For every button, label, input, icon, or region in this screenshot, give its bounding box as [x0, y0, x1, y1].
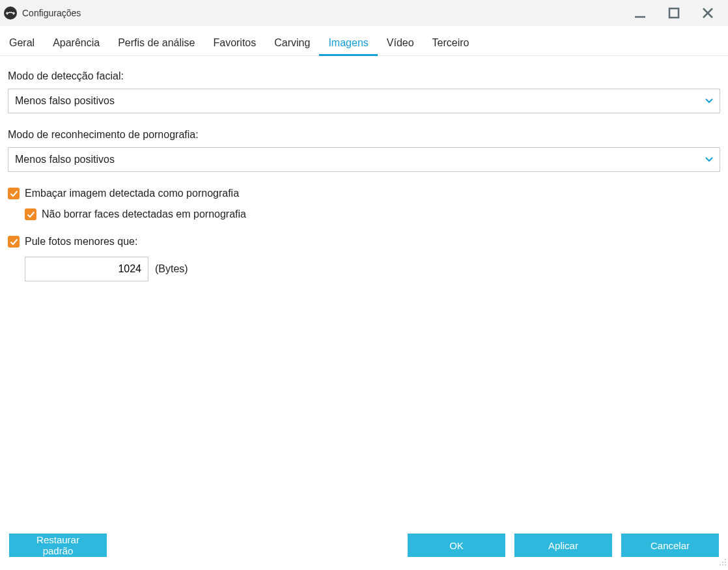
footer: Restaurar padrão OK Aplicar Cancelar — [0, 526, 728, 570]
blur-porn-label: Embaçar imagem detectada como pornografi… — [25, 188, 239, 199]
skip-small-input[interactable] — [25, 257, 148, 281]
tab-imagens[interactable]: Imagens — [319, 31, 377, 55]
skip-small-unit: (Bytes) — [155, 263, 188, 275]
settings-window: Configurações Geral Aparência Perfis de … — [0, 0, 728, 570]
skip-small-label: Pule fotos menores que: — [25, 236, 137, 248]
skip-small-input-row: (Bytes) — [25, 257, 720, 281]
facial-detection-value: Menos falso positivos — [15, 95, 115, 107]
dont-blur-faces-label: Não borrar faces detectadas em pornograf… — [42, 208, 246, 220]
cancel-button[interactable]: Cancelar — [621, 534, 719, 557]
facial-detection-select[interactable]: Menos falso positivos — [8, 89, 720, 113]
tab-geral[interactable]: Geral — [0, 31, 44, 55]
ok-button[interactable]: OK — [408, 534, 505, 557]
titlebar: Configurações — [0, 0, 728, 26]
app-icon — [4, 7, 17, 20]
tab-perfis-analise[interactable]: Perfis de análise — [109, 31, 204, 55]
svg-point-8 — [722, 564, 723, 565]
skip-small-checkbox[interactable] — [8, 236, 20, 248]
dont-blur-faces-checkbox[interactable] — [25, 208, 36, 220]
svg-rect-1 — [669, 8, 679, 18]
window-title: Configurações — [22, 8, 632, 18]
svg-point-9 — [725, 564, 726, 565]
apply-button[interactable]: Aplicar — [514, 534, 612, 557]
minimize-button[interactable] — [632, 5, 649, 21]
tab-bar: Geral Aparência Perfis de análise Favori… — [0, 26, 728, 56]
chevron-down-icon — [705, 157, 713, 162]
porn-recognition-label: Modo de reconhecimento de pornografia: — [8, 129, 720, 141]
chevron-down-icon — [705, 98, 713, 104]
facial-detection-label: Modo de detecção facial: — [8, 70, 720, 82]
window-controls — [632, 5, 723, 21]
svg-point-6 — [725, 562, 726, 563]
svg-point-4 — [725, 559, 726, 560]
tab-video[interactable]: Vídeo — [378, 31, 423, 55]
blur-porn-checkbox[interactable] — [8, 188, 20, 199]
tab-aparencia[interactable]: Aparência — [44, 31, 109, 55]
close-button[interactable] — [699, 5, 716, 21]
restore-default-button[interactable]: Restaurar padrão — [9, 534, 107, 557]
tab-favoritos[interactable]: Favoritos — [204, 31, 265, 55]
resize-grip-icon[interactable] — [719, 557, 727, 569]
content-area: Modo de detecção facial: Menos falso pos… — [0, 56, 728, 526]
svg-point-7 — [720, 564, 721, 565]
tab-terceiro[interactable]: Terceiro — [423, 31, 479, 55]
skip-small-row: Pule fotos menores que: — [8, 236, 720, 248]
dont-blur-faces-row: Não borrar faces detectadas em pornograf… — [25, 208, 720, 220]
svg-point-5 — [722, 562, 723, 563]
tab-carving[interactable]: Carving — [265, 31, 319, 55]
maximize-button[interactable] — [665, 5, 682, 21]
porn-recognition-select[interactable]: Menos falso positivos — [8, 147, 720, 172]
porn-recognition-value: Menos falso positivos — [15, 154, 115, 165]
blur-porn-row: Embaçar imagem detectada como pornografi… — [8, 188, 720, 199]
